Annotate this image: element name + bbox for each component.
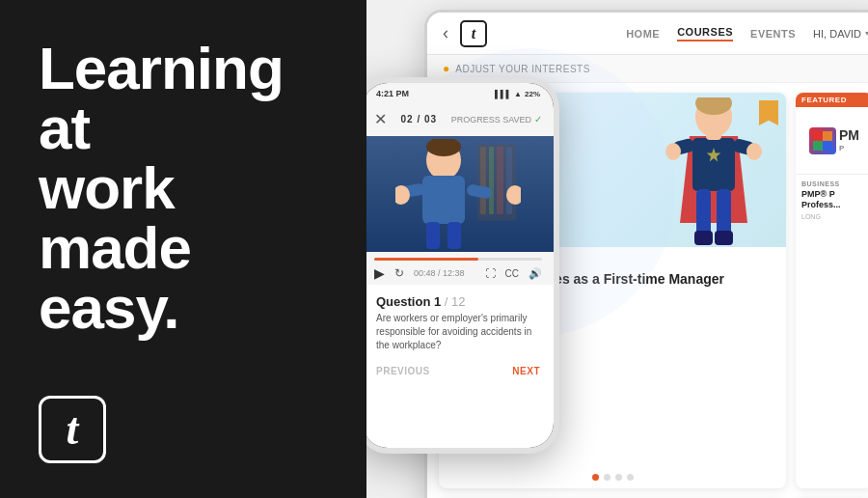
quiz-nav: PREVIOUS NEXT <box>376 366 540 376</box>
pmp-icon <box>809 127 836 154</box>
hero-text-block: Learning at work made easy. <box>39 39 328 338</box>
progress-saved: PROGRESS SAVED ✓ <box>451 114 542 124</box>
video-progress-bar[interactable] <box>374 258 542 261</box>
nav-logo-letter: t <box>472 26 475 42</box>
lesson-progress: 02 / 03 <box>401 114 438 124</box>
hero-line4: made <box>39 218 328 278</box>
volume-icon[interactable]: 🔊 <box>529 267 542 280</box>
svg-rect-32 <box>480 147 486 214</box>
video-thumbnail[interactable] <box>366 136 554 252</box>
svg-rect-15 <box>823 141 832 151</box>
card-dots <box>439 466 786 488</box>
play-button[interactable]: ▶ <box>374 265 385 281</box>
phone-screen: 4:21 PM ▌▌▌ ▲ 22% ✕ 02 / 03 PROGRESS SAV… <box>366 83 554 448</box>
nav-home[interactable]: HOME <box>626 28 660 40</box>
progress-fill <box>374 258 478 261</box>
battery-level: 22% <box>525 90 540 98</box>
nav-user-label: HI, DAVID <box>813 28 861 40</box>
svg-rect-12 <box>694 231 713 245</box>
interests-text: ADJUST YOUR INTERESTS <box>455 64 590 74</box>
nav-links: HOME COURSES EVENTS <box>626 26 796 42</box>
svg-rect-17 <box>813 141 823 151</box>
dot-2[interactable] <box>604 474 610 481</box>
pmp-logo-svg <box>813 131 832 151</box>
nav-courses[interactable]: COURSES <box>677 26 733 42</box>
phone-mockup: 4:21 PM ▌▌▌ ▲ 22% ✕ 02 / 03 PROGRESS SAV… <box>366 77 559 454</box>
phone-frame: 4:21 PM ▌▌▌ ▲ 22% ✕ 02 / 03 PROGRESS SAV… <box>366 77 559 454</box>
tablet-nav: ‹ t HOME COURSES EVENTS HI, DAVID ▾ <box>427 13 868 55</box>
superhero-illustration <box>656 97 772 247</box>
featured-badge: FEATURED <box>796 93 868 107</box>
quiz-question-label: Question 1 / 12 <box>376 294 540 309</box>
svg-point-6 <box>746 143 762 160</box>
close-button[interactable]: ✕ <box>374 110 387 128</box>
nav-user[interactable]: HI, DAVID ▾ <box>813 28 868 40</box>
featured-card-body: BUSINESS PMP® PProfess... LONG <box>796 175 868 226</box>
check-icon: ✓ <box>534 114 542 124</box>
status-time: 4:21 PM <box>376 89 409 98</box>
pmp-logo: PM P <box>809 127 859 154</box>
hero-line3: work <box>39 158 328 218</box>
svg-rect-35 <box>506 147 512 214</box>
featured-logo-area: PM P <box>796 107 868 175</box>
svg-rect-34 <box>497 147 503 214</box>
hero-line5: easy. <box>39 278 328 338</box>
question-total: / 12 <box>445 294 466 309</box>
quiz-section: Question 1 / 12 Are workers or employer'… <box>366 285 554 448</box>
featured-duration: LONG <box>801 213 867 220</box>
phone-status-bar: 4:21 PM ▌▌▌ ▲ 22% <box>366 83 554 102</box>
status-icons: ▌▌▌ ▲ 22% <box>495 90 540 98</box>
replay-icon[interactable]: ↻ <box>394 266 404 280</box>
controls-row: ▶ ↻ 00:48 / 12:38 ⛶ CC 🔊 <box>374 265 542 281</box>
quiz-question-text: Are workers or employer's primarily resp… <box>376 312 540 352</box>
featured-category: BUSINESS <box>801 180 867 187</box>
dot-3[interactable] <box>615 474 622 481</box>
video-time: 00:48 / 12:38 <box>414 268 465 278</box>
left-panel: Learning at work made easy. t <box>0 0 366 498</box>
pmp-text: PM P <box>839 127 859 152</box>
svg-rect-14 <box>813 131 823 141</box>
dot-1[interactable] <box>592 474 599 481</box>
hero-line1: Learning <box>39 39 328 98</box>
saved-label: PROGRESS SAVED <box>451 115 531 124</box>
logo-letter: t <box>67 407 79 452</box>
nav-back-button[interactable]: ‹ <box>443 23 448 43</box>
right-panel: ‹ t HOME COURSES EVENTS HI, DAVID ▾ ● AD… <box>366 0 868 498</box>
svg-rect-13 <box>715 231 733 245</box>
svg-rect-33 <box>489 147 494 214</box>
brand-logo: t <box>39 396 106 463</box>
next-button[interactable]: NEXT <box>512 366 540 376</box>
svg-rect-38 <box>422 176 465 224</box>
hero-title: Learning at work made easy. <box>39 39 328 338</box>
svg-rect-44 <box>448 222 461 249</box>
fullscreen-icon[interactable]: ⛶ <box>485 267 496 279</box>
nav-logo: t <box>460 20 487 47</box>
signal-icon: ▌▌▌ <box>495 90 511 98</box>
hero-line2: at <box>39 98 328 158</box>
question-label: Question 1 <box>376 294 441 309</box>
svg-rect-43 <box>426 222 440 249</box>
wifi-icon: ▲ <box>514 90 522 98</box>
svg-point-5 <box>665 143 681 160</box>
video-controls: ▶ ↻ 00:48 / 12:38 ⛶ CC 🔊 <box>366 252 554 285</box>
dot-4[interactable] <box>627 474 634 481</box>
svg-rect-1 <box>692 138 735 191</box>
interests-icon: ● <box>443 62 449 75</box>
player-top-bar: ✕ 02 / 03 PROGRESS SAVED ✓ <box>366 102 554 136</box>
captions-icon[interactable]: CC <box>505 268 519 279</box>
featured-card[interactable]: FEATURED <box>796 93 868 488</box>
svg-rect-16 <box>823 131 832 141</box>
nav-events[interactable]: EVENTS <box>750 28 796 40</box>
previous-button[interactable]: PREVIOUS <box>376 366 430 376</box>
featured-title: PMP® PProfess... <box>801 189 867 210</box>
video-person-illustration <box>395 139 521 250</box>
